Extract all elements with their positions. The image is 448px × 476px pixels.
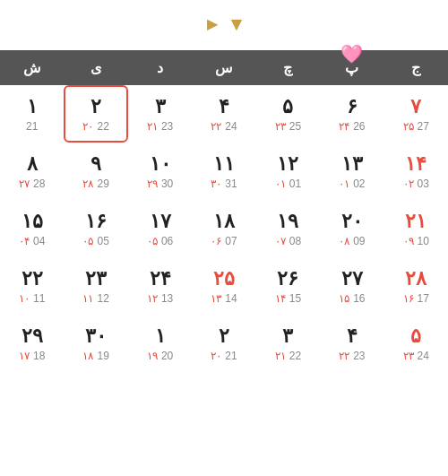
- sub-days: ۰۹10: [403, 235, 429, 247]
- day-cell[interactable]: ۲۰۰۸09: [320, 200, 383, 257]
- gregorian-day: 18: [33, 350, 45, 362]
- hijri-day: ۰۵: [147, 235, 158, 247]
- persian-day-number: ۱: [155, 325, 166, 348]
- hijri-day: ۲۲: [211, 120, 221, 133]
- day-cell[interactable]: ۵۲۳24: [384, 315, 448, 372]
- day-cell[interactable]: ۱۱۹20: [128, 315, 192, 372]
- hijri-day: ۱۶: [403, 292, 414, 305]
- persian-day-number: ۲۸: [405, 267, 426, 290]
- persian-day-number: ۵: [282, 95, 293, 118]
- weekday-cell-0: ج: [384, 50, 448, 85]
- sub-days: ۱۰11: [19, 292, 45, 305]
- persian-month-title[interactable]: ▾ ▸: [9, 13, 439, 36]
- day-cell[interactable]: ۹۲۸29: [64, 143, 127, 200]
- hijri-day: ۲۵: [403, 120, 414, 133]
- day-cell[interactable]: ۵۲۳25: [256, 85, 320, 143]
- persian-day-number: ۳: [282, 325, 293, 348]
- day-cell[interactable]: ۱۰۲۹30: [128, 143, 192, 200]
- gregorian-day: 24: [225, 120, 237, 133]
- sub-days: ۱۷18: [19, 350, 45, 362]
- day-cell[interactable]: ۳۲۱22: [256, 315, 320, 372]
- heart-icon: 🩷: [340, 43, 363, 65]
- day-cell[interactable]: ۷۲۵27: [384, 85, 448, 143]
- gregorian-day: 15: [289, 292, 301, 305]
- day-cell[interactable]: ۶۲۴26: [320, 85, 383, 143]
- persian-day-number: ۲۲: [22, 267, 43, 290]
- day-cell[interactable]: ۱۶۰۵05: [64, 200, 127, 257]
- sub-days: ۱۵16: [339, 292, 365, 305]
- gregorian-day: 03: [418, 177, 429, 190]
- day-cell[interactable]: ۱21: [0, 85, 64, 143]
- day-cell[interactable]: ۱۵۰۴04: [0, 200, 64, 257]
- hijri-day: ۰۱: [339, 177, 349, 190]
- day-cell[interactable]: ۲۲۰21: [192, 315, 255, 372]
- persian-day-number: ۲۶: [277, 267, 298, 290]
- persian-day-number: ۱۷: [150, 210, 171, 233]
- gregorian-day: 04: [33, 235, 45, 247]
- hijri-day: ۲۹: [147, 177, 158, 190]
- day-cell[interactable]: ۲۹۱۷18: [0, 315, 64, 372]
- hijri-day: ۱۸: [82, 350, 93, 362]
- day-cell[interactable]: ۱۷۰۵06: [128, 200, 192, 257]
- hijri-day: ۱۲: [147, 292, 158, 305]
- gregorian-day: 19: [97, 350, 108, 362]
- gregorian-day: 21: [26, 120, 38, 133]
- gregorian-day: 11: [33, 292, 45, 305]
- day-cell[interactable]: ۲۸۱۶17: [384, 257, 448, 315]
- day-cell[interactable]: ۴۲۲24: [192, 85, 255, 143]
- sub-days: ۲۰21: [211, 350, 237, 362]
- sub-days: ۱۴15: [275, 292, 301, 305]
- weekday-cell-6: ش: [0, 50, 64, 85]
- day-cell[interactable]: ۲۴۱۲13: [128, 257, 192, 315]
- persian-day-number: ۱۸: [213, 210, 235, 233]
- day-cell[interactable]: ۱۴۰۲03: [384, 143, 448, 200]
- day-cell[interactable]: ۳۰۱۸19: [64, 315, 127, 372]
- day-cell[interactable]: ۲۷۱۵16: [320, 257, 383, 315]
- sub-days: ۱۱12: [82, 292, 108, 305]
- persian-day-number: ۲: [90, 95, 101, 118]
- sub-days: ۱۶17: [403, 292, 429, 305]
- gregorian-day: 05: [97, 235, 108, 247]
- day-cell[interactable]: ۲۲۰22: [64, 85, 127, 143]
- sub-days: ۲۲24: [211, 120, 237, 133]
- sub-days: ۰۶07: [211, 235, 237, 247]
- gregorian-day: 25: [289, 120, 301, 133]
- persian-day-number: ۲۹: [22, 325, 43, 348]
- gregorian-day: 01: [289, 177, 301, 190]
- hijri-day: ۱۵: [339, 292, 349, 305]
- gregorian-day: 14: [225, 292, 237, 305]
- weekday-cell-1: 🩷پ: [320, 50, 383, 85]
- persian-day-number: ۱۱: [213, 152, 235, 176]
- day-cell[interactable]: ۱۳۰۱02: [320, 143, 383, 200]
- hijri-day: ۱۱: [82, 292, 93, 305]
- gregorian-day: 16: [353, 292, 365, 305]
- day-cell[interactable]: ۱۲۰۱01: [256, 143, 320, 200]
- day-cell[interactable]: ۲۵۱۳14: [192, 257, 255, 315]
- sub-days: ۰۴04: [19, 235, 45, 247]
- day-cell[interactable]: ۳۲۱23: [128, 85, 192, 143]
- hijri-day: ۲۰: [82, 120, 93, 133]
- day-cell[interactable]: ۴۲۲23: [320, 315, 383, 372]
- gregorian-day: 23: [353, 350, 365, 362]
- sub-days: ۰۸09: [339, 235, 365, 247]
- day-cell[interactable]: ۲۳۱۱12: [64, 257, 127, 315]
- sub-days: ۰۲03: [403, 177, 429, 190]
- sub-days: ۲۴26: [339, 120, 365, 133]
- day-cell[interactable]: ۲۱۰۹10: [384, 200, 448, 257]
- day-cell[interactable]: ۱۸۰۶07: [192, 200, 255, 257]
- day-cell[interactable]: ۲۶۱۴15: [256, 257, 320, 315]
- gregorian-day: 31: [225, 177, 237, 190]
- calendar: ▾ ▸ ج🩷پچسدیش ۷۲۵27۶۲۴26۵۲۳25۴۲۲24۳۲۱23۲۲…: [0, 0, 448, 372]
- gregorian-day: 24: [418, 350, 429, 362]
- gregorian-day: 20: [161, 350, 173, 362]
- hijri-day: ۲۳: [275, 120, 286, 133]
- gregorian-day: 07: [225, 235, 237, 247]
- day-cell[interactable]: ۲۲۱۰11: [0, 257, 64, 315]
- day-cell[interactable]: ۱۱۳۰31: [192, 143, 255, 200]
- hijri-day: ۲۳: [403, 350, 414, 362]
- day-cell[interactable]: ۸۲۷28: [0, 143, 64, 200]
- gregorian-day: 09: [353, 235, 365, 247]
- day-cell[interactable]: ۱۹۰۷08: [256, 200, 320, 257]
- sub-days: ۰۵05: [82, 235, 108, 247]
- hijri-day: ۰۵: [82, 235, 93, 247]
